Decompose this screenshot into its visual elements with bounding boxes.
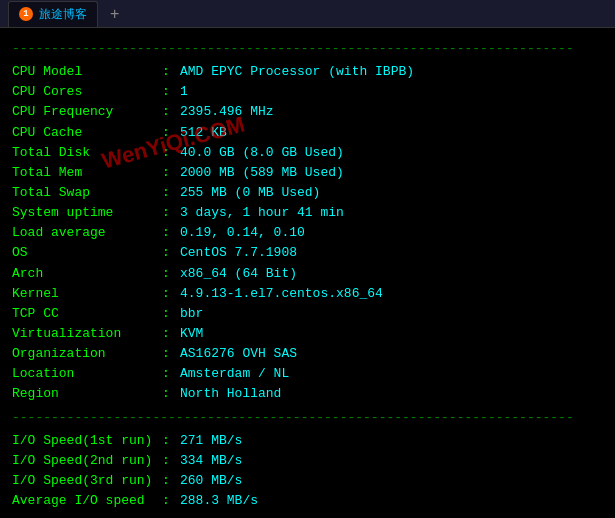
total-disk-value: 40.0 GB (8.0 GB Used) xyxy=(180,143,344,163)
total-mem-row: Total Mem : 2000 MB (589 MB Used) xyxy=(12,163,603,183)
arch-label: Arch xyxy=(12,264,162,284)
virt-label: Virtualization xyxy=(12,324,162,344)
cpu-freq-label: CPU Frequency xyxy=(12,102,162,122)
io-run3-row: I/O Speed(3rd run) : 260 MB/s xyxy=(12,471,603,491)
cpu-cores-label: CPU Cores xyxy=(12,82,162,102)
tcp-cc-value: bbr xyxy=(180,304,203,324)
titlebar: 1 旅途博客 + xyxy=(0,0,615,28)
main-content: ----------------------------------------… xyxy=(0,28,615,518)
total-swap-row: Total Swap : 255 MB (0 MB Used) xyxy=(12,183,603,203)
tab-label: 旅途博客 xyxy=(39,6,87,23)
active-tab[interactable]: 1 旅途博客 xyxy=(8,1,98,27)
cpu-cores-row: CPU Cores : 1 xyxy=(12,82,603,102)
cpu-freq-row: CPU Frequency : 2395.496 MHz xyxy=(12,102,603,122)
io-run3-label: I/O Speed(3rd run) xyxy=(12,471,162,491)
divider-top: ----------------------------------------… xyxy=(12,39,603,59)
io-run2-value: 334 MB/s xyxy=(180,451,242,471)
new-tab-button[interactable]: + xyxy=(102,1,127,27)
uptime-row: System uptime : 3 days, 1 hour 41 min xyxy=(12,203,603,223)
os-label: OS xyxy=(12,243,162,263)
cpu-model-value: AMD EPYC Processor (with IBPB) xyxy=(180,62,414,82)
cpu-cache-value: 512 KB xyxy=(180,123,227,143)
location-value: Amsterdam / NL xyxy=(180,364,289,384)
region-label: Region xyxy=(12,384,162,404)
load-avg-label: Load average xyxy=(12,223,162,243)
total-swap-label: Total Swap xyxy=(12,183,162,203)
io-run1-row: I/O Speed(1st run) : 271 MB/s xyxy=(12,431,603,451)
cpu-model-label: CPU Model xyxy=(12,62,162,82)
total-disk-row: Total Disk : 40.0 GB (8.0 GB Used) xyxy=(12,143,603,163)
kernel-row: Kernel : 4.9.13-1.el7.centos.x86_64 xyxy=(12,284,603,304)
os-value: CentOS 7.7.1908 xyxy=(180,243,297,263)
divider-network: ----------------------------------------… xyxy=(12,514,603,518)
io-avg-label: Average I/O speed xyxy=(12,491,162,511)
location-row: Location : Amsterdam / NL xyxy=(12,364,603,384)
io-run1-label: I/O Speed(1st run) xyxy=(12,431,162,451)
load-avg-value: 0.19, 0.14, 0.10 xyxy=(180,223,305,243)
io-avg-row: Average I/O speed : 288.3 MB/s xyxy=(12,491,603,511)
org-value: AS16276 OVH SAS xyxy=(180,344,297,364)
io-run2-label: I/O Speed(2nd run) xyxy=(12,451,162,471)
tcp-cc-label: TCP CC xyxy=(12,304,162,324)
io-run1-value: 271 MB/s xyxy=(180,431,242,451)
total-mem-label: Total Mem xyxy=(12,163,162,183)
tab-icon: 1 xyxy=(19,7,33,21)
load-avg-row: Load average : 0.19, 0.14, 0.10 xyxy=(12,223,603,243)
io-run2-row: I/O Speed(2nd run) : 334 MB/s xyxy=(12,451,603,471)
os-row: OS : CentOS 7.7.1908 xyxy=(12,243,603,263)
org-row: Organization : AS16276 OVH SAS xyxy=(12,344,603,364)
arch-row: Arch : x86_64 (64 Bit) xyxy=(12,264,603,284)
total-mem-value: 2000 MB (589 MB Used) xyxy=(180,163,344,183)
cpu-cores-value: 1 xyxy=(180,82,188,102)
arch-value: x86_64 (64 Bit) xyxy=(180,264,297,284)
cpu-cache-label: CPU Cache xyxy=(12,123,162,143)
region-row: Region : North Holland xyxy=(12,384,603,404)
cpu-freq-value: 2395.496 MHz xyxy=(180,102,274,122)
kernel-label: Kernel xyxy=(12,284,162,304)
uptime-value: 3 days, 1 hour 41 min xyxy=(180,203,344,223)
kernel-value: 4.9.13-1.el7.centos.x86_64 xyxy=(180,284,383,304)
total-disk-label: Total Disk xyxy=(12,143,162,163)
io-avg-value: 288.3 MB/s xyxy=(180,491,258,511)
location-label: Location xyxy=(12,364,162,384)
io-run3-value: 260 MB/s xyxy=(180,471,242,491)
divider-io: ----------------------------------------… xyxy=(12,408,603,428)
cpu-model-row: CPU Model : AMD EPYC Processor (with IBP… xyxy=(12,62,603,82)
org-label: Organization xyxy=(12,344,162,364)
tcp-cc-row: TCP CC : bbr xyxy=(12,304,603,324)
virt-row: Virtualization : KVM xyxy=(12,324,603,344)
region-value: North Holland xyxy=(180,384,281,404)
uptime-label: System uptime xyxy=(12,203,162,223)
cpu-cache-row: CPU Cache : 512 KB xyxy=(12,123,603,143)
total-swap-value: 255 MB (0 MB Used) xyxy=(180,183,320,203)
virt-value: KVM xyxy=(180,324,203,344)
